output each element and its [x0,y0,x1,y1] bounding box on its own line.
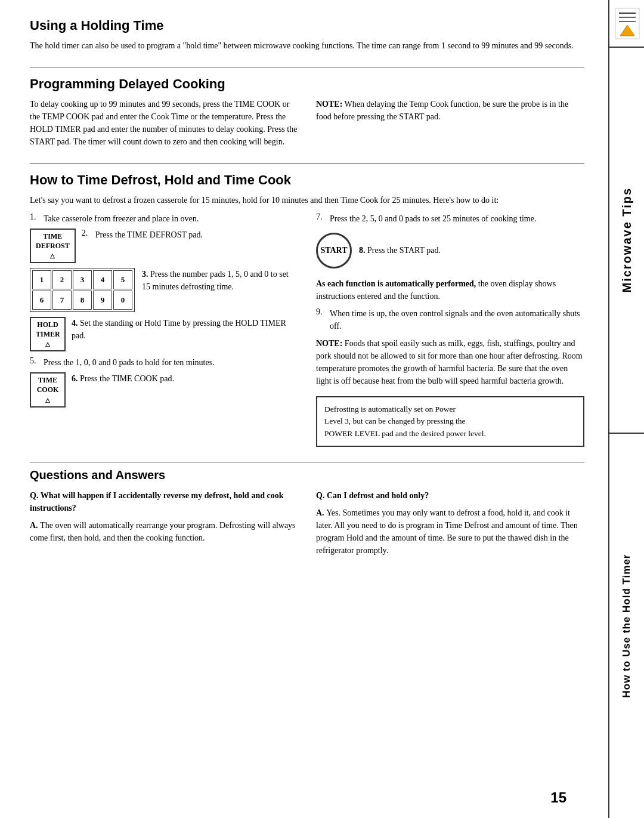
step-1-text: Take casserole from freezer and place in… [44,212,199,225]
sidebar-logo [609,0,644,48]
sidebar-hold-timer: How to Use the Hold Timer [609,434,644,819]
delayed-left-body: To delay cooking up to 99 minutes and 99… [30,98,298,148]
key-1[interactable]: 1 [32,270,51,289]
step-7-num: 7. [316,212,325,222]
qa-section: Questions and Answers Q. What will happe… [30,468,584,561]
qa-a1: A. The oven will automatically rearrange… [30,519,298,544]
step-3-text: 3. Press the number pads 1, 5, 0 and 0 t… [142,268,298,293]
q2-label: Q. [316,491,327,500]
foods-note-label: NOTE: [316,339,342,348]
time-defrost-line1: TIME [36,232,70,242]
step-8: START 8. Press the START pad. [316,230,584,271]
holding-title: Using a Holding Time [30,18,584,33]
defrost-note-box: Defrosting is automatically set on Power… [316,396,584,447]
defrost-box-line2: Level 3, but can be changed by pressing … [324,416,466,425]
howto-intro: Let's say you want to defrost a frozen c… [30,194,584,206]
time-cook-line2: COOK [36,385,60,395]
step-7-text: Press the 2, 5, 0 and 0 pads to set 25 m… [330,212,536,225]
step-4-text: 4. Set the standing or Hold Time by pres… [72,317,298,342]
qa-title: Questions and Answers [30,468,584,482]
q1-text: What will happen if I accidentally rever… [30,491,283,513]
step-2-num: 2. [82,229,91,238]
qa-q2: Q. Can I defrost and hold only? [316,489,584,502]
step-7: 7. Press the 2, 5, 0 and 0 pads to set 2… [316,212,584,225]
a1-label: A. [30,521,40,530]
step-3-row: 1 2 3 4 5 6 7 8 9 0 3. Press the n [30,268,298,312]
time-cook-button[interactable]: TIME COOK [30,372,66,407]
step-1-num: 1. [30,212,39,222]
note-body: When delaying the Temp Cook function, be… [316,100,568,121]
divider-2 [30,163,584,163]
step-3-num: 3. [142,270,148,279]
hold-timer-line1: HOLD [36,320,60,330]
qa-two-col: Q. What will happen if I accidentally re… [30,489,584,561]
section-howto: How to Time Defrost, Hold and Time Cook … [30,172,584,447]
right-sidebar: Microwave Tips How to Use the Hold Timer [608,0,644,818]
q2-text: Can I defrost and hold only? [327,491,429,500]
key-3[interactable]: 3 [73,270,92,289]
step-6-text: 6. Press the TIME COOK pad. [72,372,174,385]
step-4-num: 4. [72,319,78,328]
step-6-num: 6. [72,374,78,383]
key-4[interactable]: 4 [93,270,112,289]
defrost-box-line3: POWER LEVEL pad and the desired power le… [324,429,486,438]
qa-col-left: Q. What will happen if I accidentally re… [30,489,298,561]
delayed-title: Programming Delayed Cooking [30,76,584,92]
key-6[interactable]: 6 [32,291,51,310]
step-9-num: 9. [316,307,325,317]
key-7[interactable]: 7 [52,291,72,310]
step-5-num: 5. [30,356,39,366]
key-2[interactable]: 2 [52,270,72,289]
key-9[interactable]: 9 [93,291,112,310]
each-function-text: As each function is automatically perfor… [316,277,584,302]
step-2-text: Press the TIME DEFROST pad. [95,229,203,241]
qa-a2: A. Yes. Sometimes you may only want to d… [316,507,584,557]
defrost-box-line1: Defrosting is automatically set on Power [324,405,456,413]
sidebar-microwave-tips: Microwave Tips [609,48,644,433]
howto-left-steps: 1. Take casserole from freezer and place… [30,212,298,447]
hold-timer-line2: TIMER [36,330,60,339]
hold-timer-button[interactable]: HOLD TIMER [30,317,66,351]
main-content: Using a Holding Time The hold timer can … [0,0,608,818]
sidebar-text-section: Microwave Tips How to Use the Hold Timer [609,48,644,818]
step-2: TIME DEFROST 2. Press the TIME DEFROST p… [30,229,298,263]
time-cook-line1: TIME [36,376,60,385]
step-9-text: When time is up, the oven control signal… [330,307,584,332]
time-defrost-button[interactable]: TIME DEFROST [30,229,76,263]
howto-right-steps: 7. Press the 2, 5, 0 and 0 pads to set 2… [316,212,584,447]
howto-title: How to Time Defrost, Hold and Time Cook [30,172,584,188]
step-1: 1. Take casserole from freezer and place… [30,212,298,225]
qa-col-right: Q. Can I defrost and hold only? A. Yes. … [316,489,584,561]
key-5[interactable]: 5 [113,270,132,289]
step-5: 5. Press the 1, 0, 0 and 0 pads to hold … [30,356,298,369]
holding-body: The hold timer can also be used to progr… [30,39,584,52]
step-6: TIME COOK 6. Press the TIME COOK pad. [30,372,298,407]
key-8[interactable]: 8 [73,291,92,310]
numpad: 1 2 3 4 5 6 7 8 9 0 [30,268,135,312]
a2-label: A. [316,508,326,517]
delayed-left: To delay cooking up to 99 minutes and 99… [30,98,298,148]
logo-icon [614,7,640,40]
step-5-text: Press the 1, 0, 0 and 0 pads to hold for… [44,356,215,369]
step-4: HOLD TIMER 4. Set the standing or Hold T… [30,317,298,351]
note-label: NOTE: [316,100,342,109]
key-0[interactable]: 0 [113,291,132,310]
qa-q1: Q. What will happen if I accidentally re… [30,489,298,514]
howto-two-col: 1. Take casserole from freezer and place… [30,212,584,447]
each-function-bold: As each function is automatically perfor… [316,279,476,288]
divider-3 [30,462,584,462]
start-button[interactable]: START [316,233,352,268]
delayed-note: NOTE: When delaying the Temp Cook functi… [316,98,584,123]
step-9: 9. When time is up, the oven control sig… [316,307,584,332]
page-wrapper: Using a Holding Time The hold timer can … [0,0,644,818]
a1-text: The oven will automatically rearrange yo… [30,521,296,542]
page-number: 15 [550,789,566,806]
step-8-text: 8. Press the START pad. [359,246,441,255]
section-delayed: Programming Delayed Cooking To delay coo… [30,76,584,148]
delayed-right: NOTE: When delaying the Temp Cook functi… [316,98,584,148]
delayed-two-col: To delay cooking up to 99 minutes and 99… [30,98,584,148]
foods-note: NOTE: Foods that spoil easily such as mi… [316,337,584,387]
step-2-text-wrap: 2. Press the TIME DEFROST pad. [82,229,203,241]
divider-1 [30,67,584,67]
time-defrost-line2: DEFROST [36,242,70,251]
